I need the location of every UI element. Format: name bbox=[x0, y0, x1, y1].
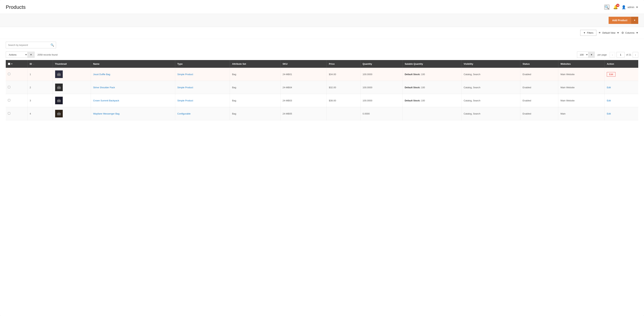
table-row: 1 Joust Duffle BagSimple ProductBag24-MB… bbox=[6, 68, 638, 81]
search-input[interactable] bbox=[6, 42, 56, 48]
action-column-header: Action bbox=[604, 60, 638, 68]
product-name-link[interactable]: Joust Duffle Bag bbox=[93, 73, 110, 76]
row-name[interactable]: Crown Summit Backpack bbox=[91, 94, 175, 107]
actions-dropdown-button[interactable]: ▼ bbox=[28, 52, 34, 58]
filters-label: Filters bbox=[587, 32, 593, 34]
page-title: Products bbox=[6, 4, 26, 10]
salable-quantity-column-header[interactable]: Salable Quantity bbox=[402, 60, 462, 68]
row-checkbox[interactable] bbox=[8, 112, 10, 114]
row-type: Simple Product bbox=[175, 68, 230, 81]
default-view-button[interactable]: 👁 Default View ▼ bbox=[598, 32, 619, 34]
id-column-header[interactable]: ID ↓ bbox=[27, 60, 53, 68]
row-action[interactable]: Edit bbox=[604, 81, 638, 94]
product-thumbnail bbox=[55, 70, 63, 78]
row-status: Enabled bbox=[520, 68, 558, 81]
select-all-chevron-icon: ▼ bbox=[11, 63, 13, 65]
page-header: Products 🔍 🔔 39 👤 admin ▼ bbox=[0, 0, 644, 14]
columns-button[interactable]: ⚙ Columns ▼ bbox=[621, 31, 638, 34]
status-column-header[interactable]: Status bbox=[520, 60, 558, 68]
select-all-column: ▼ bbox=[6, 60, 27, 68]
row-sku: 24-MB03 bbox=[280, 94, 327, 107]
row-websites: Main bbox=[558, 107, 605, 120]
grid-controls: ▼ Filters 👁 Default View ▼ ⚙ Columns ▼ bbox=[0, 27, 644, 39]
row-checkbox-cell bbox=[6, 81, 27, 94]
websites-column-header[interactable]: Websites bbox=[558, 60, 605, 68]
row-salable-quantity: Default Stock: 100 bbox=[402, 68, 462, 81]
row-thumbnail bbox=[53, 107, 91, 120]
row-checkbox-cell bbox=[6, 107, 27, 120]
name-column-header[interactable]: Name bbox=[91, 60, 175, 68]
header-search-button[interactable]: 🔍 bbox=[604, 5, 610, 10]
table-header: ▼ ID ↓ Thumbnail Name Type Attribute Set… bbox=[6, 60, 638, 68]
attribute-set-column-header[interactable]: Attribute Set bbox=[230, 60, 280, 68]
row-quantity: 0.0000 bbox=[360, 107, 402, 120]
stock-label: Default Stock: bbox=[405, 73, 420, 76]
row-action[interactable]: Edit bbox=[604, 94, 638, 107]
row-websites: Main Website bbox=[558, 68, 605, 81]
row-price: $38.00 bbox=[327, 94, 360, 107]
row-quantity: 100.0000 bbox=[360, 68, 402, 81]
row-checkbox[interactable] bbox=[8, 99, 10, 102]
chevron-left-icon: ‹ bbox=[612, 54, 613, 56]
price-column-header[interactable]: Price bbox=[327, 60, 360, 68]
notification-badge: 39 bbox=[616, 4, 620, 7]
actions-left: Actions ▼ 2058 records found bbox=[6, 52, 58, 58]
row-thumbnail bbox=[53, 94, 91, 107]
per-page-wrapper: 100 ▼ bbox=[577, 52, 594, 58]
product-name-link[interactable]: Strive Shoulder Pack bbox=[93, 86, 115, 89]
edit-button[interactable]: Edit bbox=[607, 112, 611, 115]
chevron-right-icon: › bbox=[635, 54, 636, 56]
row-checkbox[interactable] bbox=[8, 86, 10, 88]
select-all-checkbox[interactable] bbox=[8, 63, 10, 65]
visibility-column-header[interactable]: Visibility bbox=[462, 60, 520, 68]
quantity-column-header[interactable]: Quantity bbox=[360, 60, 402, 68]
search-submit-icon[interactable]: 🔍 bbox=[50, 43, 54, 47]
add-product-dropdown-button[interactable]: ▼ bbox=[631, 17, 638, 24]
product-name-link[interactable]: Crown Summit Backpack bbox=[93, 99, 119, 102]
row-name[interactable]: Strive Shoulder Pack bbox=[91, 81, 175, 94]
user-menu[interactable]: 👤 admin ▼ bbox=[622, 5, 638, 9]
records-count: 2058 records found bbox=[38, 54, 58, 56]
page-number-input[interactable] bbox=[616, 52, 624, 58]
product-name-link[interactable]: Wayfarer Messenger Bag bbox=[93, 112, 120, 115]
type-column-header[interactable]: Type bbox=[175, 60, 230, 68]
edit-button[interactable]: Edit bbox=[607, 86, 611, 89]
add-product-button[interactable]: Add Product bbox=[608, 17, 631, 24]
row-checkbox[interactable] bbox=[8, 73, 10, 75]
row-quantity: 100.0000 bbox=[360, 94, 402, 107]
row-websites: Main Website bbox=[558, 81, 605, 94]
row-salable-quantity: Default Stock: 100 bbox=[402, 81, 462, 94]
row-price bbox=[327, 107, 360, 120]
filter-icon: ▼ bbox=[583, 32, 586, 34]
row-visibility: Catalog, Search bbox=[462, 81, 520, 94]
row-price: $34.00 bbox=[327, 68, 360, 81]
actions-select[interactable]: Actions bbox=[6, 52, 28, 58]
gear-icon: ⚙ bbox=[621, 31, 624, 34]
notification-button[interactable]: 🔔 39 bbox=[613, 5, 618, 10]
row-action[interactable]: Edit bbox=[604, 107, 638, 120]
row-salable-quantity: Default Stock: 100 bbox=[402, 94, 462, 107]
row-action[interactable]: Edit bbox=[604, 68, 638, 81]
next-page-button[interactable]: › bbox=[633, 52, 638, 58]
header-actions: 🔍 🔔 39 👤 admin ▼ bbox=[604, 5, 638, 10]
row-thumbnail bbox=[53, 81, 91, 94]
thumbnail-column-header: Thumbnail bbox=[53, 60, 91, 68]
prev-page-button[interactable]: ‹ bbox=[610, 52, 615, 58]
sku-column-header[interactable]: SKU bbox=[280, 60, 327, 68]
product-thumbnail bbox=[55, 84, 63, 91]
eye-icon: 👁 bbox=[598, 32, 601, 34]
row-name[interactable]: Joust Duffle Bag bbox=[91, 68, 175, 81]
edit-button[interactable]: Edit bbox=[607, 72, 616, 76]
filters-button[interactable]: ▼ Filters bbox=[580, 30, 596, 36]
search-bar: 🔍 bbox=[0, 39, 644, 50]
row-quantity: 100.0000 bbox=[360, 81, 402, 94]
per-page-select[interactable]: 100 bbox=[577, 52, 588, 58]
view-label: Default View bbox=[602, 32, 616, 34]
per-page-dropdown-button[interactable]: ▼ bbox=[588, 52, 594, 58]
row-name[interactable]: Wayfarer Messenger Bag bbox=[91, 107, 175, 120]
row-websites: Main Website bbox=[558, 94, 605, 107]
row-visibility: Catalog, Search bbox=[462, 68, 520, 81]
edit-button[interactable]: Edit bbox=[607, 99, 611, 102]
row-salable-quantity bbox=[402, 107, 462, 120]
row-id: 4 bbox=[27, 107, 53, 120]
